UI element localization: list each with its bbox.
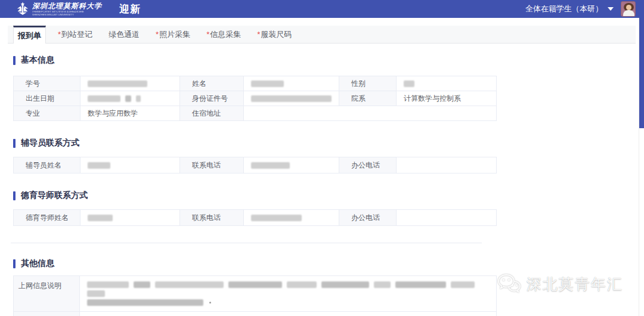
tab-report-form[interactable]: 报到单 bbox=[13, 26, 46, 44]
label-mentor-phone: 联系电话 bbox=[179, 210, 243, 225]
tab-label: 绿色通道 bbox=[109, 29, 140, 40]
label-email-info: 邮箱说明 bbox=[14, 312, 79, 316]
label-student-id: 学号 bbox=[14, 76, 80, 91]
university-name-block: 深圳北理莫斯科大学 УНИВЕРСИТЕТ МГУ-ППИ В ШЭНЬЧЖЭН… bbox=[32, 2, 104, 16]
redacted-value bbox=[404, 80, 414, 87]
section-accent-bar bbox=[13, 56, 16, 65]
label-major: 专业 bbox=[14, 106, 80, 120]
label-counselor-office-phone: 办公电话 bbox=[339, 157, 396, 173]
table-row: 德育导师姓名 联系电话 办公电话 bbox=[14, 210, 496, 225]
tab-bar: 报到单 * 到站登记 绿色通道 * 照片采集 * 信息采集 * 服装尺码 bbox=[8, 26, 636, 44]
tab-label: 信息采集 bbox=[210, 29, 241, 40]
scrollbar-thumb[interactable] bbox=[639, 18, 644, 128]
redacted-value bbox=[228, 281, 282, 288]
section-title-text: 其他信息 bbox=[21, 258, 54, 269]
section-title-counselor: 辅导员联系方式 bbox=[13, 138, 497, 148]
mentor-table: 德育导师姓名 联系电话 办公电话 bbox=[13, 209, 497, 226]
value-major: 数学与应用数学 bbox=[80, 106, 179, 120]
value-gender bbox=[396, 76, 497, 91]
tab-photo-collection[interactable]: * 照片采集 bbox=[151, 26, 194, 43]
page-title: 迎新 bbox=[119, 2, 141, 16]
section-title-text: 辅导员联系方式 bbox=[21, 138, 79, 148]
university-name-ru: УНИВЕРСИТЕТ МГУ-ППИ В ШЭНЬЧЖЭНЕ bbox=[32, 10, 84, 13]
chevron-down-icon[interactable] bbox=[608, 7, 614, 11]
university-logo: 深圳北理莫斯科大学 УНИВЕРСИТЕТ МГУ-ППИ В ШЭНЬЧЖЭН… bbox=[17, 2, 104, 16]
tab-clothing-size[interactable]: * 服装尺码 bbox=[253, 26, 296, 43]
redacted-value bbox=[374, 281, 391, 288]
required-marker: * bbox=[156, 30, 159, 39]
label-department: 院系 bbox=[339, 91, 396, 106]
label-name: 姓名 bbox=[179, 76, 243, 91]
label-gender: 性别 bbox=[339, 76, 396, 91]
required-marker: * bbox=[206, 30, 209, 39]
redacted-value bbox=[87, 299, 203, 306]
label-counselor-phone: 联系电话 bbox=[179, 157, 243, 173]
basic-info-table: 学号 姓名 性别 出生日期 身份证件号 院系 计算数学与控制系 专业 数学与应用… bbox=[13, 76, 497, 121]
table-row: 出生日期 身份证件号 院系 计算数学与控制系 bbox=[14, 91, 496, 106]
main-content: 基本信息 学号 姓名 性别 出生日期 身份证件号 院系 计算数学与控制系 bbox=[13, 55, 497, 316]
table-row: 学号 姓名 性别 bbox=[14, 76, 496, 91]
redacted-value bbox=[451, 281, 475, 288]
other-info-table: 上网信息说明 bbox=[13, 275, 497, 316]
section-accent-bar bbox=[13, 139, 16, 148]
redacted-value bbox=[87, 281, 129, 288]
redacted-value bbox=[395, 281, 446, 288]
tab-info-collection[interactable]: * 信息采集 bbox=[202, 26, 245, 43]
section-title-text: 基本信息 bbox=[21, 55, 54, 66]
orientation-page: 深圳北理莫斯科大学 УНИВЕРСИТЕТ МГУ-ППИ В ШЭНЬЧЖЭН… bbox=[0, 0, 644, 316]
value-mentor-name bbox=[80, 210, 179, 225]
table-row: 上网信息说明 bbox=[14, 276, 496, 311]
label-mentor-office-phone: 办公电话 bbox=[339, 210, 396, 225]
value-mentor-office-phone bbox=[396, 210, 497, 225]
label-internet-info: 上网信息说明 bbox=[14, 276, 79, 311]
label-dorm-address: 住宿地址 bbox=[179, 106, 243, 120]
avatar-body bbox=[623, 10, 634, 17]
value-counselor-name bbox=[80, 157, 179, 173]
required-marker: * bbox=[58, 30, 61, 39]
section-title-basic-info: 基本信息 bbox=[13, 55, 497, 66]
redacted-value bbox=[251, 215, 302, 221]
label-counselor-name: 辅导员姓名 bbox=[14, 157, 80, 173]
table-row: 专业 数学与应用数学 住宿地址 bbox=[14, 106, 496, 120]
redacted-value bbox=[321, 281, 369, 288]
label-mentor-name: 德育导师姓名 bbox=[14, 210, 80, 225]
watermark-text: 深北莫青年汇 bbox=[527, 274, 623, 294]
value-dorm-address bbox=[243, 106, 497, 120]
table-row: 辅导员姓名 联系电话 办公电话 bbox=[14, 157, 496, 173]
redacted-value bbox=[136, 95, 141, 102]
redacted-value bbox=[287, 281, 317, 288]
value-mentor-phone bbox=[243, 210, 339, 225]
label-birth-date: 出生日期 bbox=[14, 91, 80, 106]
watermark: 深北莫青年汇 bbox=[497, 273, 623, 295]
tab-green-channel[interactable]: 绿色通道 bbox=[104, 26, 144, 43]
value-name bbox=[243, 76, 339, 91]
avatar[interactable] bbox=[621, 1, 636, 17]
tab-label: 照片采集 bbox=[159, 29, 190, 40]
redacted-value bbox=[88, 215, 113, 221]
value-student-id bbox=[80, 76, 179, 91]
section-divider bbox=[11, 243, 482, 243]
redacted-value bbox=[251, 162, 290, 169]
tab-label: 服装尺码 bbox=[261, 29, 292, 40]
university-logo-icon bbox=[17, 2, 29, 16]
value-counselor-phone bbox=[243, 157, 339, 173]
header-right: 全体在籍学生（本研） bbox=[525, 1, 636, 17]
tab-label: 报到单 bbox=[18, 30, 41, 41]
required-marker: * bbox=[257, 30, 260, 39]
tab-label: 到站登记 bbox=[61, 29, 92, 40]
tab-arrival-registration[interactable]: * 到站登记 bbox=[54, 26, 97, 43]
redacted-value bbox=[125, 95, 131, 102]
value-internet-info bbox=[79, 276, 497, 311]
table-row: 邮箱说明 bbox=[14, 311, 496, 316]
section-title-text: 德育导师联系方式 bbox=[21, 190, 88, 201]
scrollbar-track[interactable] bbox=[639, 18, 644, 316]
redacted-value bbox=[251, 80, 284, 87]
redacted-value bbox=[88, 162, 110, 169]
value-birth-date bbox=[80, 91, 179, 106]
avatar-face bbox=[626, 5, 631, 10]
section-title-mentor: 德育导师联系方式 bbox=[13, 190, 497, 201]
value-department: 计算数学与控制系 bbox=[396, 91, 497, 106]
user-scope-selector[interactable]: 全体在籍学生（本研） bbox=[525, 4, 603, 14]
value-counselor-office-phone bbox=[396, 157, 497, 173]
redacted-value bbox=[87, 290, 105, 297]
